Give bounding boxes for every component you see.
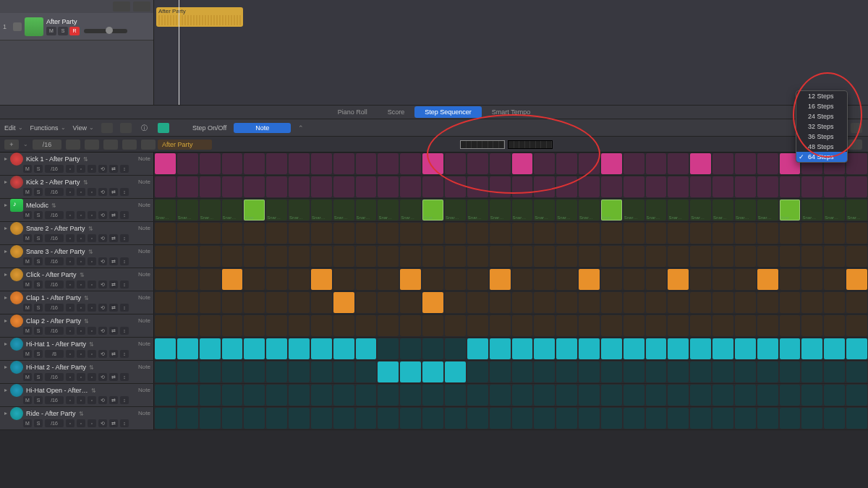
step-cell[interactable] [824,223,845,244]
disclosure-icon[interactable]: ▸ [3,179,9,185]
step-cell[interactable] [177,153,198,174]
menu-item[interactable]: 64 Steps [796,152,847,162]
step-cell[interactable] [556,385,577,406]
row-btn[interactable]: ⟲ [98,234,107,242]
row-division[interactable]: /16 [45,281,64,288]
step-cell[interactable] [556,246,577,267]
row-mute[interactable]: M [23,304,32,312]
row-btn[interactable]: ◦ [88,211,96,219]
toolbar-icon[interactable] [120,123,132,133]
disclosure-icon[interactable]: ▸ [3,271,9,278]
row-header[interactable]: ▸ Clap 1 - After Party⇅ Note M S /16 ◦ ◦… [0,291,154,314]
step-cell[interactable] [646,385,667,406]
row-btn[interactable]: ◦ [88,373,96,381]
step-cell[interactable] [646,153,667,174]
step-cell[interactable] [556,153,577,174]
step-cell[interactable] [846,361,867,382]
step-cell[interactable] [155,153,176,174]
step-cell[interactable] [490,223,511,244]
step-cell[interactable] [490,200,511,221]
step-cell[interactable] [177,176,198,197]
step-cell[interactable] [289,338,310,359]
step-cell[interactable] [422,338,443,359]
view-menu[interactable]: View [73,124,94,132]
step-cell[interactable] [222,408,243,429]
disclosure-icon[interactable]: ▸ [3,248,9,254]
row-btn[interactable]: ↕ [120,373,129,381]
step-cell[interactable] [735,338,756,359]
row-mute[interactable]: M [23,327,32,335]
row-mode[interactable]: Note [138,317,150,324]
step-cell[interactable] [378,269,399,290]
step-cell[interactable] [200,269,221,290]
step-cell[interactable] [200,338,221,359]
step-cell[interactable] [155,176,176,197]
step-cell[interactable] [333,223,354,244]
step-cell[interactable] [445,153,466,174]
step-cell[interactable] [846,385,867,406]
row-solo[interactable]: S [34,373,43,381]
step-cell[interactable] [556,292,577,313]
step-cell[interactable] [378,338,399,359]
row-btn[interactable]: ◦ [88,396,96,404]
step-cell[interactable] [780,408,801,429]
row-btn[interactable]: ⟲ [98,396,107,404]
disclosure-icon[interactable]: ▸ [3,341,9,347]
info-icon[interactable]: ⓘ [139,123,150,133]
step-cell[interactable] [624,200,644,221]
step-cell[interactable] [780,200,801,221]
hdr-btn[interactable] [141,140,156,150]
row-btn[interactable]: ⇄ [109,350,118,358]
step-cell[interactable] [200,200,221,221]
menu-item[interactable]: 36 Steps [796,132,847,142]
step-cell[interactable] [177,315,198,336]
volume-slider[interactable] [84,29,127,33]
row-mode[interactable]: Note [138,341,150,347]
steps-menu-trigger[interactable] [851,123,862,133]
menu-item[interactable]: 24 Steps [796,111,847,121]
step-cell[interactable] [601,246,622,267]
row-btn[interactable]: ⇄ [109,165,118,173]
step-cell[interactable] [155,361,176,382]
step-cell[interactable] [422,385,443,406]
step-cell[interactable] [735,385,756,406]
step-cell[interactable] [712,223,733,244]
step-cell[interactable] [356,408,377,429]
step-cell[interactable] [400,269,421,290]
step-cell[interactable] [356,223,377,244]
step-cell[interactable] [467,315,488,336]
step-cell[interactable] [378,408,399,429]
step-cell[interactable] [289,200,310,221]
step-cell[interactable] [668,292,689,313]
step-cell[interactable] [467,153,488,174]
row-btn[interactable]: ⟲ [98,257,107,265]
row-btn[interactable]: ◦ [77,419,85,427]
step-cell[interactable] [378,223,399,244]
step-cell[interactable] [690,315,711,336]
disclosure-icon[interactable]: ▸ [3,387,9,393]
step-cell[interactable] [556,176,577,197]
step-cell[interactable] [690,246,711,267]
steps-dropdown[interactable]: 12 Steps16 Steps24 Steps32 Steps36 Steps… [796,90,848,163]
division-selector[interactable]: /16 [33,140,61,150]
disclosure-icon[interactable]: ▸ [3,317,9,324]
edit-menu[interactable]: Edit [4,124,23,132]
row-solo[interactable]: S [34,211,43,219]
step-cell[interactable] [445,292,466,313]
step-cell[interactable] [422,223,443,244]
step-cell[interactable] [512,292,533,313]
midi-in-icon[interactable] [158,123,169,133]
step-cell[interactable] [222,292,243,313]
step-cell[interactable] [646,338,667,359]
step-cell[interactable] [757,223,778,244]
step-cell[interactable] [311,176,332,197]
step-cell[interactable] [512,338,533,359]
row-btn[interactable]: ◦ [88,165,96,173]
step-cell[interactable] [244,153,265,174]
row-btn[interactable]: ◦ [88,419,96,427]
step-cell[interactable] [356,153,377,174]
step-cell[interactable] [579,385,600,406]
step-cell[interactable] [556,269,577,290]
row-btn[interactable]: ⇄ [109,281,118,288]
step-cell[interactable] [601,338,622,359]
